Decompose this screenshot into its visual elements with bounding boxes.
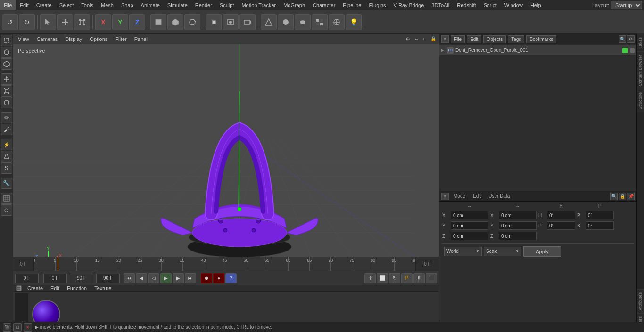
coord-h-rot[interactable] [547,211,575,219]
menu-script[interactable]: Script [480,0,501,10]
obj-btn-edit[interactable]: Edit [467,35,481,43]
magnet-tool[interactable]: 🔧 [1,178,12,189]
menu-animate[interactable]: Animate [137,0,164,10]
play-forward-button[interactable]: ▶ [160,273,172,283]
vp-icon-2[interactable]: ↔ [413,35,420,43]
coord-p2-rot[interactable] [547,221,575,230]
vp-menu-display[interactable]: Display [62,36,85,42]
coord-y-rot[interactable] [499,221,537,230]
viewport-3d[interactable]: Grid Spacing : 10 cm Perspective X Y Z [13,44,439,257]
redo-button[interactable]: ↻ [19,14,35,30]
select-tool-button[interactable] [40,14,56,30]
menu-help[interactable]: Help [527,0,545,10]
shading-1-button[interactable] [261,14,277,30]
scale-dropdown[interactable]: Scale ▼ [484,247,521,256]
camera-button[interactable] [239,14,256,30]
pin-attr-icon[interactable]: 📌 [627,193,635,200]
play-back-button[interactable]: ◁ [148,273,159,283]
obj-btn-objects[interactable]: Objects [483,35,506,43]
menu-pipeline[interactable]: Pipeline [339,0,365,10]
menu-mesh[interactable]: Mesh [97,0,117,10]
menu-create[interactable]: Create [33,0,56,10]
scale-tool[interactable] [1,85,12,97]
autokey-button[interactable]: ● [213,273,224,283]
coord-x-rot[interactable] [499,211,537,219]
shading-4-button[interactable] [312,14,328,30]
timeline-ruler[interactable]: 051015202530354045505560657075808590 [34,257,415,271]
mat-menu-texture[interactable]: Texture [92,285,113,291]
coord-y-pos[interactable] [451,221,488,230]
search-icon[interactable]: 🔍 [619,35,626,43]
record-button[interactable]: ⏺ [201,273,212,283]
vp-menu-view[interactable]: View [15,36,32,42]
cinema-icon[interactable]: 🎬 [3,323,11,332]
select-rect-tool[interactable] [1,35,12,46]
menu-vray[interactable]: V-Ray Bridge [390,0,428,10]
display-mode-button[interactable] [329,14,345,30]
undo-button[interactable]: ↺ [2,14,18,30]
scale-tool-button[interactable] [74,14,90,30]
mat-menu-edit[interactable]: Edit [49,285,61,291]
menu-snap[interactable]: Snap [117,0,137,10]
axis-y-button[interactable]: Y [112,14,128,30]
filter-icon[interactable]: ⚙ [627,35,635,43]
side-tab-takes[interactable]: Takes [637,34,644,51]
minimize-icon[interactable]: □ [13,323,22,332]
vp-menu-cameras[interactable]: Cameras [34,36,61,42]
menu-window[interactable]: Window [501,0,527,10]
obj-btn-file[interactable]: File [451,35,465,43]
lock-attr-icon[interactable]: 🔒 [619,193,626,200]
side-tab-attributes[interactable]: Attributes [637,289,644,313]
mat-menu-create[interactable]: Create [25,285,45,291]
end-frame-input[interactable] [70,274,93,283]
paint-tool[interactable]: 🖌 [1,124,12,135]
object-item-dent-remover[interactable]: ▸ L0 Dent_Remover_Open_Purple_001 [439,45,636,56]
coord-b-rot[interactable] [586,221,614,230]
frame-view-button[interactable]: ⬜ [377,273,388,283]
menu-character[interactable]: Character [309,0,339,10]
vp-icon-lock[interactable]: 🔒 [429,35,437,43]
poly-pen-tool[interactable]: ✏ [1,112,12,123]
coord-z-rot[interactable] [499,232,537,240]
obj-btn-tags[interactable]: Tags [508,35,524,43]
menu-edit[interactable]: Edit [16,0,33,10]
attr-btn-edit[interactable]: Edit [470,193,484,200]
close-status-icon[interactable]: ✕ [24,323,32,332]
jump-end-button[interactable]: ⏭ [185,273,196,283]
viewport-shading-button[interactable]: 💡 [346,14,362,30]
viewport-settings-button[interactable]: ⬛ [426,273,437,283]
menu-file[interactable]: File [0,0,16,10]
object-status-2[interactable] [630,48,635,53]
current-frame-input[interactable] [15,274,39,283]
search-attr-icon[interactable]: 🔍 [610,193,618,200]
menu-3dtoall[interactable]: 3DToAll [428,0,453,10]
polygon-select-tool[interactable] [1,58,12,70]
world-dropdown[interactable]: World ▼ [444,247,482,256]
next-key-button[interactable]: ▶ [173,273,184,283]
grid-view-button[interactable]: ⣿ [413,273,425,283]
axis-z-button[interactable]: Z [129,14,145,30]
mat-menu-function[interactable]: Function [65,285,89,291]
menu-plugins[interactable]: Plugins [365,0,389,10]
coord-p-rot[interactable] [586,211,614,219]
menu-simulate[interactable]: Simulate [164,0,191,10]
move-tool-button[interactable] [57,14,73,30]
preview-end-input[interactable] [96,274,120,283]
pivot-button[interactable]: P [401,273,413,283]
object-status-1[interactable] [622,48,628,53]
prev-key-button[interactable]: ◀ [136,273,147,283]
shading-2-button[interactable] [278,14,294,30]
object-mode-button[interactable] [150,14,166,30]
vp-menu-panel[interactable]: Panel [132,36,150,42]
coord-x-pos[interactable] [451,211,488,219]
apply-button[interactable]: Apply [523,246,561,257]
menu-motion-tracker[interactable]: Motion Tracker [238,0,280,10]
menu-mograph[interactable]: MoGraph [280,0,309,10]
shading-3-button[interactable] [295,14,311,30]
axis-x-button[interactable]: X [95,14,111,30]
tex-tool[interactable]: ⬡ [1,204,12,216]
grid-tool[interactable] [1,193,12,204]
obj-expand-icon[interactable]: ▸ [441,49,445,52]
move-view-button[interactable]: ✛ [364,273,376,283]
start-frame-input[interactable] [43,274,67,283]
